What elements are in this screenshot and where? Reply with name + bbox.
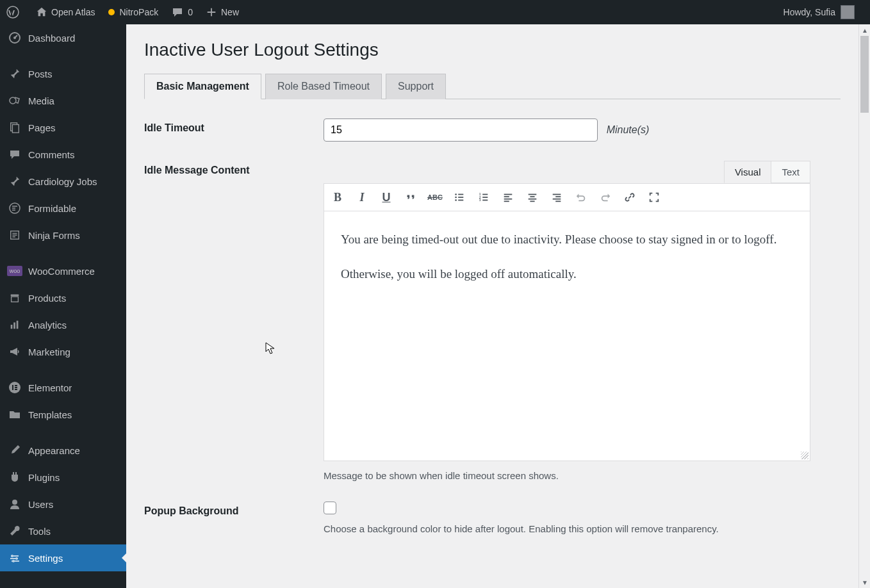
bullet-list-button[interactable] <box>452 190 466 204</box>
blockquote-button[interactable] <box>404 190 418 204</box>
row-popup-background: Popup Background Choose a background col… <box>144 502 841 534</box>
fullscreen-button[interactable] <box>647 190 661 204</box>
nitropack-link[interactable]: NitroPack <box>102 0 165 24</box>
editor-tab-visual[interactable]: Visual <box>724 161 772 183</box>
sidebar-item-appearance[interactable]: Appearance <box>0 437 126 464</box>
vertical-scrollbar[interactable]: ▲ ▼ <box>858 24 870 588</box>
editor-resize-handle[interactable] <box>801 452 808 459</box>
label-idle-timeout: Idle Timeout <box>144 118 324 142</box>
archive-icon <box>8 291 22 305</box>
sidebar-item-cardiology[interactable]: Cardiology Jobs <box>0 168 126 195</box>
sidebar-item-analytics[interactable]: Analytics <box>0 311 126 338</box>
idle-timeout-input[interactable] <box>324 118 598 142</box>
editor-toolbar: B I U ABC 123 <box>324 183 810 211</box>
user-avatar <box>841 5 855 19</box>
admin-bar-right: Howdy, Sufia <box>777 0 870 24</box>
label-popup-background: Popup Background <box>144 502 324 534</box>
align-left-button[interactable] <box>501 190 515 204</box>
new-label: New <box>221 7 239 17</box>
idle-timeout-unit: Minute(s) <box>607 124 650 135</box>
svg-rect-41 <box>530 200 534 202</box>
sidebar-item-comments[interactable]: Comments <box>0 141 126 168</box>
dashboard-icon <box>8 31 22 45</box>
popup-background-checkbox[interactable] <box>324 502 336 514</box>
svg-rect-8 <box>11 295 19 297</box>
number-list-button[interactable]: 123 <box>477 190 491 204</box>
italic-button[interactable]: I <box>355 190 369 204</box>
tab-basic-management[interactable]: Basic Management <box>144 74 261 99</box>
elementor-icon <box>8 380 22 395</box>
svg-rect-17 <box>15 389 17 390</box>
plugin-icon <box>8 470 22 484</box>
home-icon <box>36 6 47 18</box>
sidebar-item-posts[interactable]: Posts <box>0 60 126 87</box>
site-link[interactable]: Open Atlas <box>29 0 102 24</box>
undo-button[interactable] <box>574 190 588 204</box>
svg-rect-38 <box>529 194 537 195</box>
underline-button[interactable]: U <box>379 190 393 204</box>
tab-support[interactable]: Support <box>386 74 446 99</box>
sidebar-item-users[interactable]: Users <box>0 491 126 518</box>
svg-rect-42 <box>553 194 561 195</box>
svg-point-18 <box>12 500 17 505</box>
comment-icon <box>171 6 184 19</box>
analytics-icon <box>8 318 22 332</box>
svg-rect-36 <box>504 199 513 200</box>
sidebar-item-ninjaforms[interactable]: Ninja Forms <box>0 222 126 249</box>
editor-paragraph: You are being timed-out out due to inact… <box>341 229 793 250</box>
my-account[interactable]: Howdy, Sufia <box>777 0 861 24</box>
bold-button[interactable]: B <box>331 190 345 204</box>
sidebar-item-label: Tools <box>28 526 51 537</box>
redo-button[interactable] <box>598 190 612 204</box>
sidebar-item-elementor[interactable]: Elementor <box>0 374 126 401</box>
wp-logo[interactable] <box>0 0 29 24</box>
sidebar-item-settings[interactable]: Settings <box>0 544 126 571</box>
sidebar-item-dashboard[interactable]: Dashboard <box>0 24 126 51</box>
media-icon <box>8 94 22 108</box>
scrollbar-thumb[interactable] <box>860 36 869 113</box>
svg-point-20 <box>15 557 18 560</box>
settings-icon <box>8 551 22 565</box>
svg-rect-33 <box>482 200 488 201</box>
sidebar-item-products[interactable]: Products <box>0 284 126 311</box>
link-button[interactable] <box>623 190 637 204</box>
comments-link[interactable]: 0 <box>165 0 199 24</box>
sidebar-item-plugins[interactable]: Plugins <box>0 464 126 491</box>
editor-content[interactable]: You are being timed-out out due to inact… <box>324 211 810 461</box>
sidebar-item-marketing[interactable]: Marketing <box>0 338 126 365</box>
pin-icon <box>8 67 22 81</box>
sidebar-item-label: Ninja Forms <box>28 230 80 241</box>
sidebar-item-label: Appearance <box>28 445 80 456</box>
tab-role-based-timeout[interactable]: Role Based Timeout <box>265 74 382 99</box>
sidebar-item-woocommerce[interactable]: woo WooCommerce <box>0 257 126 284</box>
svg-point-2 <box>13 37 16 39</box>
editor-tab-text[interactable]: Text <box>771 161 810 183</box>
sidebar-item-label: Media <box>28 95 54 106</box>
megaphone-icon <box>8 345 22 359</box>
sidebar-item-pages[interactable]: Pages <box>0 114 126 141</box>
svg-point-24 <box>455 197 457 199</box>
svg-rect-37 <box>504 200 509 202</box>
scroll-down-arrow[interactable]: ▼ <box>859 576 870 588</box>
nav-tabs: Basic Management Role Based Timeout Supp… <box>144 73 841 99</box>
scrollbar-track[interactable] <box>859 36 870 576</box>
svg-rect-16 <box>15 387 17 388</box>
scroll-up-arrow[interactable]: ▲ <box>859 24 870 36</box>
align-right-button[interactable] <box>550 190 564 204</box>
align-center-button[interactable] <box>525 190 539 204</box>
editor-tabs: Visual Text <box>324 161 810 183</box>
sidebar-item-media[interactable]: Media <box>0 87 126 114</box>
sidebar-item-templates[interactable]: Templates <box>0 401 126 428</box>
sidebar-item-tools[interactable]: Tools <box>0 518 126 544</box>
sidebar-item-label: Cardiology Jobs <box>28 176 97 187</box>
sidebar-item-formidable[interactable]: Formidable <box>0 195 126 222</box>
svg-rect-27 <box>458 200 463 201</box>
sidebar-item-label: Settings <box>28 553 63 564</box>
field-idle-message: Visual Text B I U ABC 123 <box>324 161 841 481</box>
sidebar-item-label: Posts <box>28 69 53 79</box>
strikethrough-button[interactable]: ABC <box>428 190 442 204</box>
sidebar-item-label: Marketing <box>28 347 70 357</box>
svg-rect-34 <box>504 194 513 195</box>
new-link[interactable]: New <box>199 0 245 24</box>
field-idle-timeout: Minute(s) <box>324 118 841 142</box>
